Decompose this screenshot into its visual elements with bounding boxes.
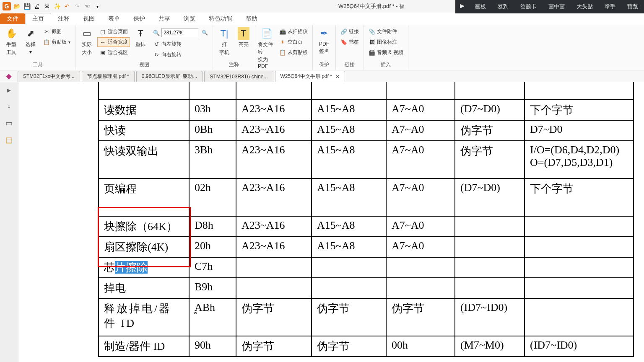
menu-item[interactable]: 浏览 — [177, 13, 202, 24]
menu-home[interactable]: 主页 — [25, 13, 51, 25]
btn-label: 向右旋转 — [161, 51, 182, 58]
zoom-input[interactable] — [161, 28, 198, 37]
layers-icon[interactable]: ▭ — [5, 119, 13, 128]
ribbon-group-annot: T|打字机 T高亮 注释 — [213, 25, 255, 70]
save-icon[interactable]: 💾 — [23, 2, 31, 10]
table-row: 读数据03hA23~A16A15~A8A7~A0(D7~D0)下个字节 — [99, 100, 634, 120]
tab-label: W25Q64中文手册.pdf * — [280, 73, 332, 80]
actual-size-button[interactable]: ▭ 实际 大小 — [78, 27, 96, 56]
overlay-item[interactable]: 画板 — [469, 0, 492, 13]
document-page[interactable]: 读数据03hA23~A16A15~A8A7~A0(D7~D0)下个字节 快读0B… — [18, 82, 644, 362]
new-icon[interactable]: ✨ — [53, 2, 61, 10]
convert-button[interactable]: 📄将文件转换为PDF — [258, 27, 275, 69]
blank-page-button[interactable]: ☀空白页 — [277, 37, 310, 47]
overlay-arrow-icon[interactable]: ⯈ — [455, 0, 469, 13]
undo-icon[interactable]: ↶ — [63, 2, 71, 10]
clipboard-button[interactable]: 📋剪贴板▾ — [41, 37, 73, 47]
group-label: 注释 — [229, 60, 239, 70]
doc-tab[interactable]: STM32F1xx中文参考... — [18, 71, 80, 82]
scanner-icon: 📠 — [279, 28, 286, 35]
bookmark-icon: 🔖 — [340, 39, 347, 46]
overlay-item[interactable]: 预览 — [621, 0, 644, 13]
btn-label: 大小 — [82, 49, 92, 56]
from-scanner-button[interactable]: 📠从扫描仪 — [277, 27, 310, 36]
table-row: 快读0BhA23~A16A15~A8A7~A0伪字节D7~D0 — [99, 120, 634, 141]
fit-width-button[interactable]: ↔适合宽度 — [97, 37, 130, 47]
link-icon: 🔗 — [340, 28, 347, 35]
hand-icon[interactable]: ☜ — [83, 2, 91, 10]
btn-label: 从剪贴板 — [288, 49, 308, 56]
overlay-item[interactable]: 签到 — [492, 0, 514, 13]
menu-file[interactable]: 文件 — [0, 13, 25, 24]
doc-tab[interactable]: 0.96OLED显示屏_驱动... — [136, 71, 203, 82]
ribbon-group-protect: ✒PDF签名 保护 — [313, 25, 336, 70]
open-icon[interactable]: 📂 — [13, 2, 21, 10]
media-button[interactable]: 🎬音频 & 视频 — [366, 48, 405, 57]
print-icon[interactable]: 🖨 — [33, 2, 41, 10]
doc-tab-active[interactable]: W25Q64中文手册.pdf *✕ — [275, 71, 345, 82]
reflow-button[interactable]: Ŧ 重排 — [132, 27, 149, 48]
comments-icon[interactable]: ▤ — [5, 135, 13, 145]
doc-tab[interactable]: 节点板原理图.pdf * — [82, 71, 135, 82]
ribbon-group-create: 📄将文件转换为PDF 📠从扫描仪 ☀空白页 📋从剪贴板 创建 — [255, 25, 313, 70]
fit-view-icon: ▣ — [99, 49, 106, 56]
btn-label: 截图 — [52, 28, 62, 35]
btn-label: ▾ — [29, 49, 32, 55]
qat-more-icon[interactable]: ▾ — [93, 2, 101, 10]
highlight-button[interactable]: T高亮 — [235, 27, 252, 48]
pages-icon[interactable]: ▫ — [8, 102, 10, 111]
bookmark-button[interactable]: 🔖书签 — [338, 37, 361, 47]
group-label: 视图 — [139, 60, 149, 70]
table-row: 释放掉电/器件 IDABh伪字节伪字节伪字节(ID7~ID0) — [99, 298, 634, 336]
menu-item[interactable]: 注释 — [51, 13, 76, 24]
hand-tool-button[interactable]: ✋ 手型 工具 — [3, 27, 20, 56]
btn-label: PDF — [319, 41, 329, 47]
image-annot-button[interactable]: 🖼图像标注 — [366, 37, 405, 47]
typewriter-button[interactable]: T|打字机 — [216, 27, 233, 56]
attach-button[interactable]: 📎文件附件 — [366, 27, 405, 36]
overlay-item[interactable]: 大头贴 — [571, 0, 599, 13]
btn-label: 音频 & 视频 — [377, 49, 403, 56]
ribbon-group-insert: 📎文件附件 🖼图像标注 🎬音频 & 视频 插入 — [364, 25, 408, 70]
btn-label: 适合页面 — [108, 28, 128, 35]
select-tool-button[interactable]: ⬈ 选择 ▾ — [22, 27, 39, 55]
link-button[interactable]: 🔗链接 — [338, 27, 361, 36]
foxit-icon[interactable]: ◆ — [0, 70, 18, 82]
table-row — [99, 82, 634, 100]
fit-view-button[interactable]: ▣适合视区 — [97, 48, 130, 57]
clipboard-icon: 📋 — [279, 49, 286, 56]
menu-item[interactable]: 特色功能 — [202, 13, 239, 24]
from-clipboard-button[interactable]: 📋从剪贴板 — [277, 48, 310, 57]
email-icon[interactable]: ✉ — [43, 2, 51, 10]
tab-label: 0.96OLED显示屏_驱动... — [142, 73, 197, 80]
menu-item[interactable]: 视图 — [76, 13, 101, 24]
btn-label: 选择 — [26, 41, 36, 48]
fit-page-button[interactable]: ▢适合页面 — [97, 27, 130, 36]
rotate-left-button[interactable]: ↺向左旋转 — [151, 39, 210, 49]
btn-label: 适合宽度 — [108, 39, 128, 46]
menu-item[interactable]: 表单 — [101, 13, 127, 24]
quick-access-toolbar: G 📂 💾 🖨 ✉ ✨ ↶ ↷ ☜ ▾ — [3, 2, 101, 10]
overlay-item[interactable]: 举手 — [599, 0, 621, 13]
screenshot-button[interactable]: ✂截图 — [41, 27, 73, 36]
menu-item[interactable]: 共享 — [152, 13, 177, 24]
btn-label: 适合视区 — [108, 49, 128, 56]
overlay-item[interactable]: 答题卡 — [514, 0, 543, 13]
btn-label: 图像标注 — [377, 39, 397, 46]
overlay-item[interactable]: 画中画 — [543, 0, 571, 13]
menu-item[interactable]: 帮助 — [239, 13, 264, 24]
fit-width-icon: ↔ — [99, 39, 106, 46]
table-row: 掉电B9h — [99, 278, 634, 298]
rotate-right-button[interactable]: ↻向右旋转 — [151, 50, 210, 59]
doc-tab[interactable]: STM32F103R8T6-chine... — [204, 71, 273, 82]
rotate-left-icon: ↺ — [153, 41, 160, 48]
zoom-out-button[interactable]: 🔍🔍 — [151, 27, 210, 39]
close-tab-icon[interactable]: ✕ — [335, 74, 340, 80]
menu-item[interactable]: 保护 — [127, 13, 152, 24]
redo-icon[interactable]: ↷ — [73, 2, 81, 10]
document-tabs: ◆ STM32F1xx中文参考... 节点板原理图.pdf * 0.96OLED… — [0, 70, 644, 82]
expand-icon[interactable]: ▸ — [7, 85, 11, 95]
blank-icon: ☀ — [279, 39, 286, 46]
zoom-in-icon[interactable]: 🔍 — [202, 30, 208, 36]
sign-button[interactable]: ✒PDF签名 — [315, 27, 333, 55]
